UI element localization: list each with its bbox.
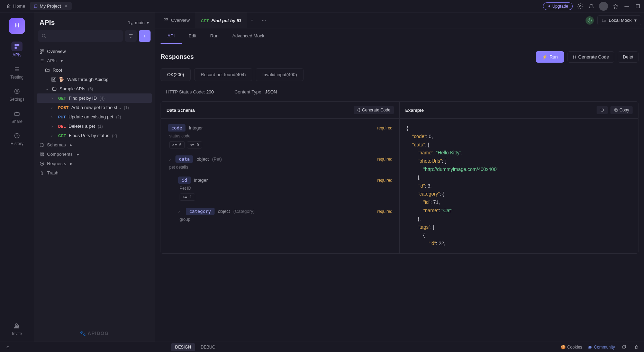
svg-rect-0 bbox=[34, 5, 37, 8]
subtab-edit[interactable]: Edit bbox=[182, 28, 203, 44]
run-button[interactable]: ⚡ Run bbox=[536, 51, 564, 63]
search-input[interactable] bbox=[38, 30, 123, 42]
api-count: (1) bbox=[124, 105, 129, 110]
tree-api-item[interactable]: › GET Finds Pets by status (2) bbox=[37, 131, 152, 140]
field-type: object bbox=[218, 209, 230, 214]
status-tab[interactable]: OK(200) bbox=[161, 68, 191, 81]
walkthrough-label: Walk through Apidog bbox=[67, 77, 108, 82]
api-count: (2) bbox=[116, 115, 121, 119]
rail-testing-label: Testing bbox=[10, 75, 24, 80]
settings-icon[interactable] bbox=[577, 3, 584, 10]
maximize-icon[interactable] bbox=[634, 3, 641, 10]
status-tab[interactable]: Invalid input(400) bbox=[256, 68, 303, 81]
tree-requests[interactable]: Requests ▸ bbox=[37, 159, 152, 168]
tree-root[interactable]: Root bbox=[37, 65, 152, 75]
refresh-icon[interactable] bbox=[620, 344, 627, 351]
api-name: Deletes a pet bbox=[69, 124, 95, 129]
project-tab[interactable]: My Project ✕ bbox=[30, 2, 72, 10]
schema-gencode-button[interactable]: ⟨⟩ Generate Code bbox=[354, 106, 394, 114]
requests-label: Requests bbox=[47, 161, 66, 166]
method-badge: GET bbox=[201, 19, 209, 23]
schema-title: Data Schema bbox=[166, 108, 195, 113]
branch-selector[interactable]: main ▾ bbox=[128, 20, 149, 25]
env-short: Lo bbox=[602, 18, 606, 22]
copy-button[interactable]: Copy bbox=[610, 106, 633, 114]
rail-share[interactable]: Share bbox=[11, 109, 22, 124]
rail-apis-label: APIs bbox=[12, 53, 21, 57]
tree-api-item[interactable]: › DEL Deletes a pet (1) bbox=[37, 121, 152, 131]
svg-point-12 bbox=[131, 23, 133, 25]
avatar[interactable] bbox=[599, 2, 608, 11]
logo[interactable] bbox=[9, 18, 25, 34]
gencode-button[interactable]: ⟨⟩ Generate Code bbox=[568, 51, 614, 63]
delete-button[interactable]: Delet bbox=[618, 51, 638, 63]
status-tab[interactable]: Record not found(404) bbox=[194, 68, 252, 81]
chevron-down-icon: ▾ bbox=[634, 18, 637, 23]
tree-trash[interactable]: Trash bbox=[37, 168, 152, 178]
field-name: category bbox=[186, 208, 215, 215]
add-button[interactable]: + bbox=[139, 30, 151, 42]
community-link[interactable]: Community bbox=[588, 344, 615, 351]
subtab-run[interactable]: Run bbox=[203, 28, 225, 44]
env-indicator[interactable] bbox=[586, 16, 594, 25]
tree-walkthrough[interactable]: M 🐕 Walk through Apidog bbox=[37, 75, 152, 84]
chevron-down-icon[interactable]: ⌄ bbox=[168, 156, 172, 162]
rail-share-label: Share bbox=[11, 119, 22, 124]
rail-history-label: History bbox=[10, 141, 23, 146]
upgrade-label: Upgrade bbox=[552, 4, 568, 9]
tree-schemas[interactable]: Schemas ▸ bbox=[37, 140, 152, 150]
tree-api-item[interactable]: › GET Find pet by ID (4) bbox=[37, 93, 152, 103]
subtab-mock[interactable]: Advanced Mock bbox=[225, 28, 271, 44]
filter-button[interactable] bbox=[125, 30, 137, 42]
minimize-icon[interactable]: — bbox=[623, 3, 630, 10]
tab-overview[interactable]: Overview bbox=[158, 12, 195, 28]
field-name: id bbox=[178, 177, 191, 184]
upgrade-button[interactable]: ✦ Upgrade bbox=[543, 2, 573, 10]
env-selector[interactable]: Lo Local Mock ▾ bbox=[597, 15, 641, 25]
rail-settings[interactable]: Settings bbox=[9, 87, 24, 102]
field-name: data bbox=[175, 155, 193, 163]
tab-more-icon[interactable]: ⋯ bbox=[257, 18, 270, 23]
rail-settings-label: Settings bbox=[9, 97, 24, 102]
rail-testing[interactable]: Testing bbox=[10, 65, 24, 80]
rail-apis[interactable]: APIs bbox=[11, 42, 22, 57]
example-refresh-button[interactable] bbox=[597, 106, 608, 114]
tree-overview[interactable]: Overview bbox=[37, 47, 152, 56]
collapse-icon[interactable]: « bbox=[4, 344, 11, 351]
svg-point-11 bbox=[129, 21, 130, 22]
pin-icon[interactable] bbox=[612, 3, 619, 10]
design-mode-button[interactable]: DESIGN bbox=[171, 343, 195, 351]
tree-components[interactable]: Components ▸ bbox=[37, 150, 152, 159]
tree-api-item[interactable]: › PUT Update an existing pet (2) bbox=[37, 112, 152, 121]
tree-sample-apis[interactable]: ⌄ Sample APIs (5) bbox=[37, 84, 152, 93]
home-button[interactable]: Home bbox=[3, 2, 29, 10]
field-desc: Pet ID bbox=[180, 186, 392, 191]
bell-icon[interactable] bbox=[588, 3, 595, 10]
tab-add-button[interactable]: + bbox=[247, 18, 258, 23]
svg-rect-22 bbox=[615, 109, 617, 111]
field-type: integer bbox=[189, 125, 203, 130]
method-badge: GET bbox=[58, 96, 66, 100]
dog-icon: 🐕 bbox=[59, 77, 64, 82]
field-type: object bbox=[197, 156, 209, 162]
tree-api-item[interactable]: › POST Add a new pet to the st... (1) bbox=[37, 103, 152, 112]
components-label: Components bbox=[47, 152, 73, 157]
titlebar: Home My Project ✕ ✦ Upgrade — bbox=[0, 0, 644, 12]
schemas-label: Schemas bbox=[47, 142, 66, 147]
cookies-link[interactable]: 🍪 Cookies bbox=[561, 344, 582, 351]
subtab-api[interactable]: API bbox=[161, 28, 182, 44]
debug-mode-button[interactable]: DEBUG bbox=[197, 343, 220, 351]
apis-section-label: APIs bbox=[47, 58, 56, 63]
svg-rect-4 bbox=[17, 44, 19, 46]
rail-history[interactable]: History bbox=[10, 132, 23, 146]
close-icon[interactable]: ✕ bbox=[64, 3, 68, 9]
side-rail: APIs Testing Settings Share History Invi… bbox=[0, 12, 34, 342]
field-ref: (Category) bbox=[233, 209, 254, 214]
tab-active[interactable]: GET Find pet by ID bbox=[195, 12, 247, 28]
rail-invite[interactable]: Invite bbox=[12, 322, 22, 336]
tree-apis-section[interactable]: APIs ▾ bbox=[37, 56, 152, 65]
trash-icon[interactable] bbox=[633, 344, 640, 351]
chevron-right-icon[interactable]: › bbox=[178, 209, 182, 214]
chevron-right-icon: › bbox=[51, 96, 55, 101]
project-name: My Project bbox=[40, 3, 61, 9]
